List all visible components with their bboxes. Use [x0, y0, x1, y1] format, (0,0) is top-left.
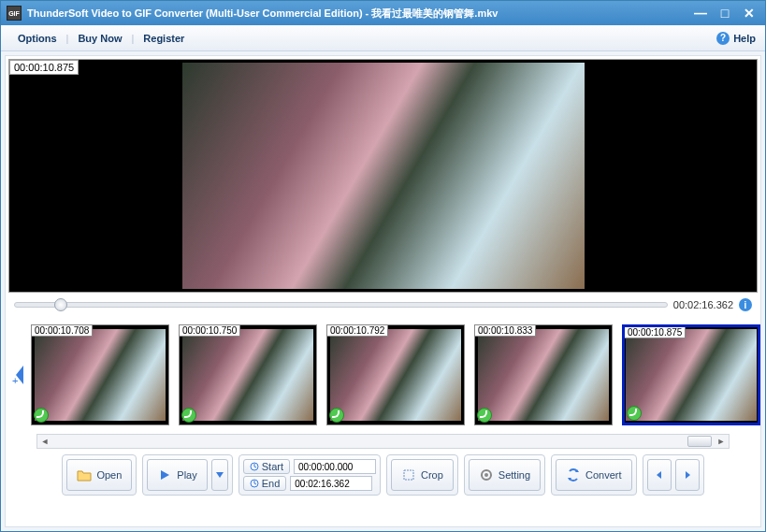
open-button[interactable]: Open: [66, 459, 132, 491]
thumb-timestamp: 00:00:10.750: [180, 325, 240, 337]
next-frame-button[interactable]: [675, 459, 700, 491]
thumb-timestamp: 00:00:10.833: [475, 325, 536, 337]
start-time-field[interactable]: 00:00:00.000: [294, 459, 376, 474]
thumb-timestamp: 00:00:10.708: [32, 325, 93, 337]
thumbnail-2[interactable]: 00:00:10.792: [326, 324, 465, 425]
menubar: Options | Buy Now | Register ? Help: [1, 25, 765, 51]
svg-marker-4: [161, 470, 169, 480]
thumb-timestamp: 00:00:10.792: [327, 325, 388, 337]
app-name: ThunderSoft Video to GIF Converter (Mult…: [27, 7, 363, 19]
info-icon[interactable]: i: [739, 298, 752, 311]
thumb-frame: [330, 329, 461, 421]
total-duration: 00:02:16.362: [673, 299, 733, 310]
video-preview[interactable]: 00:00:10.875: [8, 59, 758, 293]
seek-thumb[interactable]: [54, 298, 67, 311]
prev-frame-button[interactable]: [647, 459, 672, 491]
clock-badge-icon: [329, 408, 344, 423]
scroll-right-button[interactable]: ►: [714, 435, 729, 448]
toolbar: Open Play Start 00:00:00.000: [8, 450, 758, 500]
svg-marker-5: [216, 472, 224, 478]
content-area: 00:00:10.875 00:02:16.362 i + 00:00:10.7…: [5, 55, 761, 527]
thumb-frame: [182, 329, 313, 421]
crop-icon: [401, 467, 416, 482]
thumbnails: 00:00:10.70800:00:10.75000:00:10.79200:0…: [31, 324, 760, 425]
clock-badge-icon: [34, 408, 49, 423]
clock-badge-icon: [627, 406, 642, 421]
preview-timestamp: 00:00:10.875: [9, 60, 79, 75]
clock-icon: [250, 462, 259, 471]
play-dropdown[interactable]: [211, 459, 228, 491]
gear-icon: [479, 467, 494, 482]
seek-bar-row: 00:02:16.362 i: [8, 293, 758, 317]
titlebar: GIF ThunderSoft Video to GIF Converter (…: [1, 1, 765, 25]
menu-options[interactable]: Options: [10, 29, 65, 48]
convert-button[interactable]: Convert: [556, 459, 632, 491]
window-title: ThunderSoft Video to GIF Converter (Mult…: [27, 7, 690, 21]
scroll-left-button[interactable]: ◄: [37, 435, 52, 448]
thumbnail-1[interactable]: 00:00:10.750: [179, 324, 317, 425]
window-controls: — □ ✕: [690, 5, 759, 22]
menu-register[interactable]: Register: [136, 29, 192, 48]
folder-icon: [77, 467, 92, 482]
clock-badge-icon: [477, 408, 492, 423]
end-time-field[interactable]: 00:02:16.362: [290, 476, 372, 491]
seek-slider[interactable]: [14, 302, 668, 308]
thumb-timestamp: 00:00:10.875: [625, 327, 686, 338]
thumb-frame: [35, 329, 166, 421]
thumbnail-0[interactable]: 00:00:10.708: [31, 324, 169, 425]
svg-rect-8: [404, 470, 413, 480]
clock-badge-icon: [181, 408, 196, 423]
thumb-frame: [478, 329, 609, 421]
thumbnail-4[interactable]: 00:00:10.875: [622, 324, 760, 425]
svg-text:+: +: [12, 375, 18, 386]
app-icon: GIF: [7, 6, 22, 21]
app-window: GIF ThunderSoft Video to GIF Converter (…: [0, 0, 766, 532]
thumbnail-3[interactable]: 00:00:10.833: [474, 324, 613, 425]
thumb-scrollbar-row: ◄ ►: [8, 433, 758, 450]
clock-icon: [250, 479, 259, 488]
thumbnail-strip: + 00:00:10.70800:00:10.75000:00:10.79200…: [8, 317, 758, 433]
svg-marker-13: [657, 471, 661, 479]
file-name: 我看过最唯美的钢管舞.mkv: [371, 7, 498, 19]
help-icon: ?: [716, 32, 730, 45]
maximize-button[interactable]: □: [715, 5, 735, 22]
end-time-button[interactable]: End: [243, 476, 287, 491]
convert-icon: [566, 467, 581, 482]
thumb-frame: [626, 329, 757, 421]
start-time-button[interactable]: Start: [243, 459, 290, 474]
minimize-button[interactable]: —: [690, 5, 711, 22]
thumb-scrollbar[interactable]: ◄ ►: [36, 434, 730, 449]
play-icon: [157, 467, 172, 482]
crop-button[interactable]: Crop: [391, 459, 454, 491]
preview-frame: [182, 63, 585, 289]
svg-point-10: [484, 473, 488, 477]
setting-button[interactable]: Setting: [469, 459, 541, 491]
play-button[interactable]: Play: [147, 459, 207, 491]
thumb-prev-button[interactable]: +: [12, 338, 27, 412]
svg-marker-14: [686, 471, 690, 479]
menu-buy-now[interactable]: Buy Now: [70, 29, 129, 48]
close-button[interactable]: ✕: [739, 5, 759, 22]
scroll-thumb[interactable]: [687, 436, 712, 447]
help-button[interactable]: ? Help: [716, 32, 756, 45]
